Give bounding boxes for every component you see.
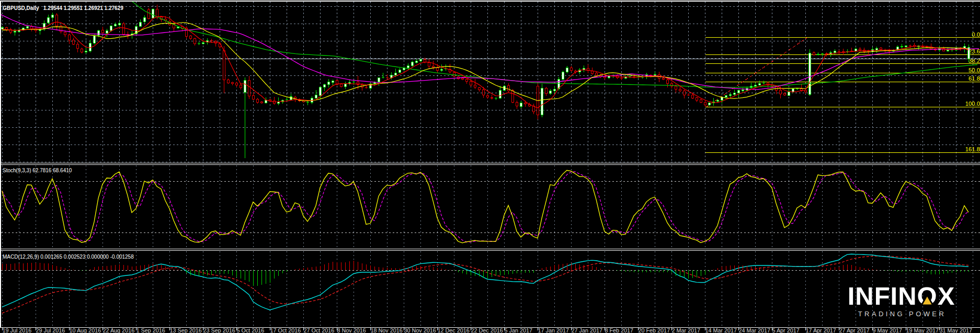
svg-text:14 Mar 2017: 14 Mar 2017	[705, 327, 737, 333]
svg-text:22 Aug 2016: 22 Aug 2016	[103, 327, 135, 333]
svg-text:100.0: 100.0	[965, 101, 980, 107]
svg-text:30 Nov 2016: 30 Nov 2016	[404, 327, 436, 333]
svg-text:24 Mar 2017: 24 Mar 2017	[739, 327, 771, 333]
svg-text:9 May 2017: 9 May 2017	[873, 327, 902, 333]
svg-text:0.0: 0.0	[972, 31, 980, 38]
svg-text:27 Oct 2016: 27 Oct 2016	[304, 327, 335, 333]
svg-text:5 Apr 2017: 5 Apr 2017	[772, 327, 800, 333]
svg-text:27 Jan 2017: 27 Jan 2017	[572, 327, 602, 333]
svg-text:19 May 2017: 19 May 2017	[906, 327, 939, 333]
svg-text:61.8: 61.8	[968, 75, 980, 82]
svg-text:INFINOX: INFINOX	[848, 282, 955, 310]
svg-text:5 Oct 2016: 5 Oct 2016	[237, 327, 265, 333]
svg-text:31 May 2017: 31 May 2017	[940, 327, 972, 333]
svg-text:18 Nov 2016: 18 Nov 2016	[371, 327, 403, 333]
svg-text:10 Aug 2016: 10 Aug 2016	[70, 327, 101, 333]
svg-text:27 Apr 2017: 27 Apr 2017	[839, 327, 870, 333]
svg-text:12 Dec 2016: 12 Dec 2016	[438, 327, 470, 333]
svg-text:23 Sep 2016: 23 Sep 2016	[203, 327, 235, 333]
svg-text:38.2: 38.2	[968, 58, 980, 64]
svg-text:19 Jul 2016: 19 Jul 2016	[3, 327, 32, 333]
svg-text:GBPUSD,Daily 1.29544 1.29551: GBPUSD,Daily 1.29544 1.29551 1.26921 1.2…	[3, 5, 123, 11]
svg-text:17 Jan 2017: 17 Jan 2017	[538, 327, 569, 333]
svg-text:Stoch(9,3,3) 62.7816 68.6410: Stoch(9,3,3) 62.7816 68.6410	[3, 168, 72, 173]
svg-text:22 Dec 2016: 22 Dec 2016	[471, 327, 503, 333]
svg-text:8 Feb 2017: 8 Feb 2017	[605, 327, 634, 333]
svg-text:29 Jul 2016: 29 Jul 2016	[36, 327, 65, 333]
svg-text:17 Oct 2016: 17 Oct 2016	[270, 327, 301, 333]
svg-text:161.8: 161.8	[965, 146, 980, 152]
svg-text:17 Apr 2017: 17 Apr 2017	[806, 327, 836, 333]
svg-text:8 Nov 2016: 8 Nov 2016	[337, 327, 366, 333]
svg-text:5 Jan 2017: 5 Jan 2017	[505, 327, 532, 333]
svg-text:TRADING POWER: TRADING POWER	[858, 310, 946, 318]
svg-text:50.0: 50.0	[968, 67, 980, 73]
svg-text:1 Sep 2016: 1 Sep 2016	[136, 327, 165, 333]
svg-text:13 Sep 2016: 13 Sep 2016	[170, 327, 202, 333]
svg-text:MACD(12,26,9) 0.001265 0.00252: MACD(12,26,9) 0.001265 0.002523 0.000000…	[3, 254, 134, 260]
svg-text:2 Mar 2017: 2 Mar 2017	[672, 327, 701, 333]
svg-text:20 Feb 2017: 20 Feb 2017	[639, 327, 670, 333]
